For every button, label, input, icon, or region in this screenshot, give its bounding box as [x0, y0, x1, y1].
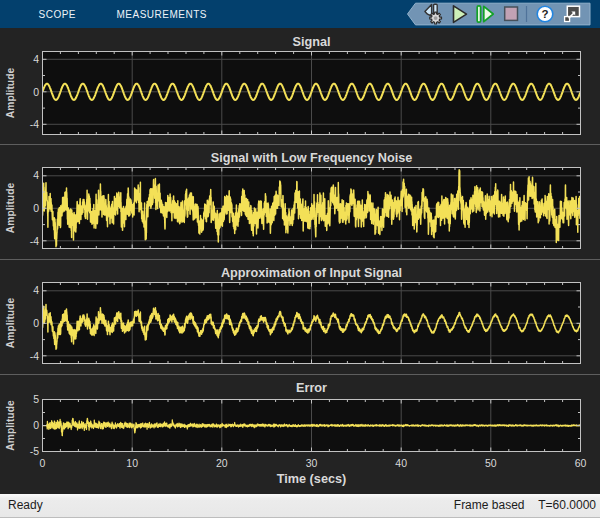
svg-text:40: 40 — [395, 457, 407, 469]
svg-text:5: 5 — [33, 393, 39, 405]
svg-text:-4: -4 — [30, 118, 39, 130]
svg-text:SCOPE: SCOPE — [39, 9, 77, 20]
svg-text:?: ? — [541, 8, 548, 20]
svg-text:Amplitude: Amplitude — [5, 183, 16, 234]
svg-text:0: 0 — [33, 86, 39, 98]
svg-text:-4: -4 — [30, 235, 39, 247]
svg-text:MEASUREMENTS: MEASUREMENTS — [117, 9, 207, 20]
svg-text:0: 0 — [33, 419, 39, 431]
svg-text:-5: -5 — [30, 445, 39, 457]
svg-text:Signal: Signal — [292, 35, 330, 49]
svg-text:50: 50 — [485, 457, 497, 469]
svg-text:0: 0 — [40, 457, 46, 469]
svg-text:30: 30 — [306, 457, 318, 469]
svg-text:0: 0 — [33, 202, 39, 214]
svg-text:Time (secs): Time (secs) — [277, 472, 347, 486]
svg-text:Error: Error — [296, 381, 327, 395]
svg-text:Amplitude: Amplitude — [5, 68, 16, 119]
svg-text:Amplitude: Amplitude — [5, 400, 16, 451]
svg-text:-4: -4 — [30, 350, 39, 362]
svg-text:Approximation of Input Signal: Approximation of Input Signal — [221, 266, 402, 280]
svg-text:10: 10 — [126, 457, 138, 469]
svg-text:Signal with Low Frequency Nois: Signal with Low Frequency Noise — [211, 151, 413, 165]
svg-text:0: 0 — [33, 317, 39, 329]
svg-text:4: 4 — [33, 169, 39, 181]
svg-text:20: 20 — [216, 457, 228, 469]
svg-text:4: 4 — [33, 284, 39, 296]
svg-text:4: 4 — [33, 53, 39, 65]
svg-text:60: 60 — [575, 457, 587, 469]
svg-text:Amplitude: Amplitude — [5, 298, 16, 349]
